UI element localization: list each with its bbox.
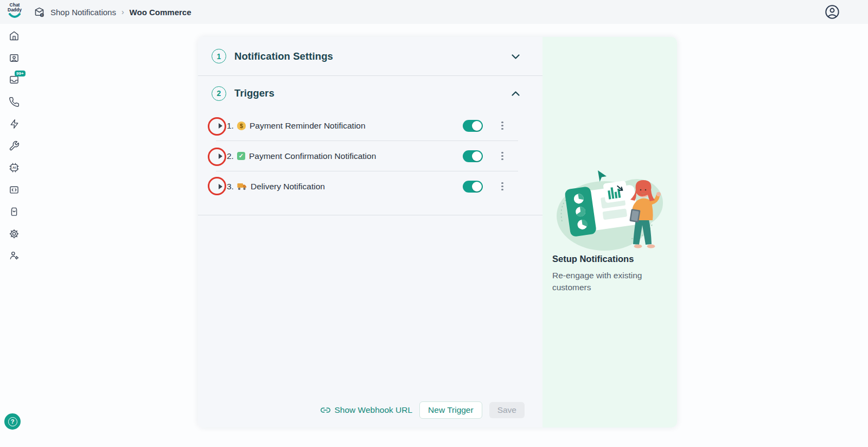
sidebar: 99+ AI bbox=[0, 25, 28, 267]
panel-description: Re-engage with existing customers bbox=[552, 270, 655, 293]
expand-caret-icon[interactable] bbox=[219, 154, 222, 159]
trigger-label: Delivery Notification bbox=[251, 182, 325, 191]
sidebar-item-shop[interactable] bbox=[3, 201, 25, 223]
section-triggers[interactable]: 2 Triggers bbox=[198, 76, 542, 111]
trigger-number: 3. bbox=[227, 182, 234, 191]
sidebar-item-ai[interactable]: AI bbox=[3, 157, 25, 179]
trigger-toggle[interactable] bbox=[463, 181, 483, 193]
logo-smile-icon bbox=[8, 13, 21, 18]
money-bag-icon bbox=[237, 122, 246, 130]
trigger-label: Payment Confirmation Notification bbox=[249, 151, 376, 161]
contact-card-icon bbox=[9, 53, 20, 63]
toggle-knob bbox=[472, 182, 482, 191]
trigger-toggle[interactable] bbox=[463, 150, 483, 162]
breadcrumb-page: Woo Commerce bbox=[130, 8, 192, 17]
expand-caret-icon[interactable] bbox=[219, 123, 222, 129]
user-gear-icon bbox=[9, 250, 20, 261]
toggle-knob bbox=[472, 151, 482, 161]
panel-title: Setup Notifications bbox=[552, 254, 634, 264]
save-button: Save bbox=[489, 402, 525, 418]
ai-chip-icon: AI bbox=[9, 162, 20, 173]
logo-line2: Daddy bbox=[5, 8, 24, 12]
sidebar-item-automations[interactable] bbox=[3, 113, 25, 135]
trigger-row-payment-confirmation[interactable]: 2. Payment Confirmation Notification bbox=[198, 141, 542, 171]
chatdaddy-logo[interactable]: Chat Daddy bbox=[5, 3, 24, 18]
chat-count-badge: 99+ bbox=[15, 71, 25, 76]
trigger-number: 2. bbox=[227, 151, 234, 161]
expand-caret-icon[interactable] bbox=[219, 184, 222, 189]
section-notification-settings[interactable]: 1 Notification Settings bbox=[198, 37, 542, 75]
form-area: 1 Notification Settings 2 Triggers 1. Pa… bbox=[198, 37, 542, 427]
svg-text:!: ! bbox=[41, 14, 42, 17]
trigger-toggle[interactable] bbox=[463, 120, 483, 132]
trigger-row-payment-reminder[interactable]: 1. Payment Reminder Notification bbox=[198, 111, 542, 141]
home-icon bbox=[9, 30, 20, 41]
shopping-bag-icon bbox=[9, 206, 20, 217]
sidebar-item-chats[interactable]: 99+ bbox=[3, 69, 25, 91]
breadcrumb-section[interactable]: Shop Notifications bbox=[50, 8, 116, 17]
shop-notifications-icon: ! bbox=[34, 7, 45, 18]
check-mark-icon bbox=[237, 152, 245, 160]
toggle-knob bbox=[472, 121, 482, 131]
sidebar-item-calls[interactable] bbox=[3, 91, 25, 113]
sidebar-item-home[interactable] bbox=[3, 25, 25, 47]
help-button[interactable]: ? bbox=[4, 413, 21, 430]
gear-icon bbox=[9, 228, 20, 239]
show-webhook-url-link[interactable]: Show Webhook URL bbox=[321, 405, 412, 415]
chevron-up-icon[interactable] bbox=[512, 88, 520, 98]
woo-commerce-card: 1 Notification Settings 2 Triggers 1. Pa… bbox=[198, 37, 677, 427]
topbar: Chat Daddy ! Shop Notifications › Woo Co… bbox=[0, 0, 868, 24]
question-mark-icon: ? bbox=[8, 417, 17, 426]
kebab-menu-icon[interactable] bbox=[498, 120, 507, 131]
section-title-notification-settings: Notification Settings bbox=[234, 50, 333, 62]
sidebar-item-team[interactable] bbox=[3, 245, 25, 267]
section-end-divider bbox=[198, 215, 542, 215]
lightning-icon bbox=[9, 119, 20, 129]
svg-text:AI: AI bbox=[12, 166, 16, 170]
link-icon bbox=[321, 405, 330, 415]
phone-icon bbox=[9, 97, 20, 107]
tools-icon bbox=[9, 141, 20, 151]
sidebar-item-settings[interactable] bbox=[3, 223, 25, 245]
trigger-number: 1. bbox=[227, 121, 234, 131]
trigger-row-delivery[interactable]: 3. Delivery Notification bbox=[198, 171, 542, 201]
step-number-2: 2 bbox=[212, 86, 226, 101]
trigger-label: Payment Reminder Notification bbox=[250, 121, 366, 131]
code-icon bbox=[9, 184, 20, 195]
user-avatar-icon[interactable] bbox=[825, 4, 840, 20]
new-trigger-button[interactable]: New Trigger bbox=[419, 401, 482, 419]
section-title-triggers: Triggers bbox=[234, 87, 275, 99]
kebab-menu-icon[interactable] bbox=[498, 151, 507, 162]
sidebar-item-tools[interactable] bbox=[3, 135, 25, 157]
breadcrumb: ! Shop Notifications › Woo Commerce bbox=[34, 0, 192, 24]
show-webhook-url-label: Show Webhook URL bbox=[334, 405, 412, 415]
delivery-truck-icon bbox=[237, 183, 247, 190]
sidebar-item-developer[interactable] bbox=[3, 179, 25, 201]
form-footer: Show Webhook URL New Trigger Save bbox=[321, 401, 525, 419]
setup-illustration bbox=[550, 167, 669, 254]
breadcrumb-separator: › bbox=[122, 8, 124, 16]
sidebar-item-contacts[interactable] bbox=[3, 47, 25, 69]
kebab-menu-icon[interactable] bbox=[498, 181, 507, 192]
setup-panel: Setup Notifications Re-engage with exist… bbox=[542, 37, 677, 427]
chevron-down-icon[interactable] bbox=[512, 52, 520, 61]
step-number-1: 1 bbox=[212, 49, 226, 63]
